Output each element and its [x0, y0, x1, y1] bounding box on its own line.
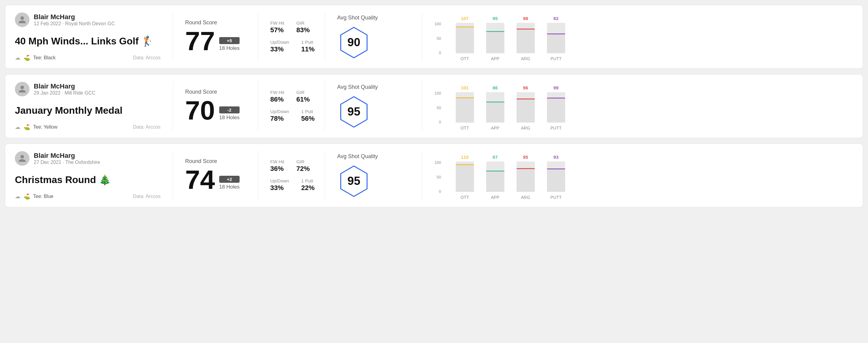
stat-value-gir: 72% [297, 165, 310, 173]
holes-label: 18 Holes [219, 45, 240, 52]
user-row: Blair McHarg29 Jan 2022 · Mill Ride GCC [15, 82, 160, 96]
bar-chart: 100500101OTT86APP96ARG99PUTT [434, 82, 847, 130]
stat-label-fw-hit: FW Hit [270, 90, 284, 95]
round-card-round2: Blair McHarg29 Jan 2022 · Mill Ride GCCJ… [5, 74, 863, 138]
stat-fw-hit: FW Hit36% [270, 159, 284, 173]
holes-label: 18 Holes [219, 184, 240, 190]
stat-gir: GIR61% [297, 90, 310, 103]
y-axis-label: 50 [437, 36, 441, 41]
bar-label: APP [491, 195, 499, 200]
stat-value-gir: 83% [297, 26, 310, 34]
stat-label-up-down: Up/Down [270, 178, 289, 183]
stat-one-putt: 1 Putt56% [301, 109, 315, 123]
user-name: Blair McHarg [34, 152, 100, 160]
avatar [15, 82, 30, 96]
stat-up-down: Up/Down33% [270, 39, 289, 53]
bar-value: 99 [553, 85, 558, 90]
bar-chart: 100500107OTT95APP98ARG82PUTT [434, 12, 847, 61]
cloud-icon: ☁ [15, 193, 20, 200]
hex-score: 95 [347, 105, 360, 118]
bottom-row: ☁⛳Tee: BlueData: Arccos [15, 193, 160, 200]
bar-label: OTT [461, 56, 469, 61]
stat-value-up-down: 33% [270, 45, 289, 53]
bag-icon: ⛳ [23, 55, 30, 61]
bag-icon: ⛳ [23, 193, 30, 200]
bar-container [517, 92, 535, 123]
score-section: Round Score70-218 Holes [173, 82, 258, 130]
stats-row-1: FW Hit36%GIR72% [270, 159, 313, 173]
round-title: 40 Mph Winds... Links Golf 🏌️ [15, 35, 160, 47]
stats-row-2: Up/Down33%1 Putt22% [270, 178, 313, 192]
data-source: Data: Arccos [133, 124, 160, 130]
avatar [15, 151, 30, 166]
hexagon-wrap: 95 [337, 164, 371, 198]
score-section-label: Round Score [185, 158, 246, 164]
stat-up-down: Up/Down78% [270, 109, 289, 123]
hex-score: 95 [347, 175, 360, 188]
user-info: Blair McHarg27 Dec 2021 · The Oxfordshir… [34, 152, 100, 165]
stat-label-one-putt: 1 Putt [301, 178, 315, 183]
y-axis-label: 100 [434, 160, 441, 165]
tee-label: Tee: Black [33, 55, 56, 61]
bag-icon: ⛳ [23, 124, 30, 130]
stat-label-fw-hit: FW Hit [270, 20, 284, 26]
user-row: Blair McHarg27 Dec 2021 · The Oxfordshir… [15, 151, 160, 166]
left-section: Blair McHarg12 Feb 2022 · Royal North De… [15, 12, 173, 61]
bar-container [486, 92, 504, 123]
holes-label: 18 Holes [219, 115, 240, 121]
tee-label: Tee: Blue [33, 194, 54, 199]
hex-score: 90 [347, 36, 360, 49]
cloud-icon: ☁ [15, 55, 20, 61]
stat-label-gir: GIR [297, 90, 310, 95]
score-number: 70 [185, 97, 215, 124]
round-title: January Monthly Medal [15, 105, 160, 116]
bar-group-ott: 107OTT [456, 16, 474, 61]
quality-label: Avg Shot Quality [337, 84, 378, 90]
y-axis-label: 50 [437, 175, 441, 179]
chart-section: 100500101OTT86APP96ARG99PUTT [422, 82, 853, 130]
bar-value: 107 [461, 16, 468, 21]
data-source: Data: Arccos [133, 194, 160, 199]
user-meta: 12 Feb 2022 · Royal North Devon GC [34, 21, 115, 27]
stat-value-fw-hit: 86% [270, 95, 284, 103]
stats-row-1: FW Hit86%GIR61% [270, 90, 313, 103]
score-row: 74+218 Holes [185, 166, 246, 193]
bar-label: OTT [461, 126, 469, 130]
stats-row-1: FW Hit57%GIR83% [270, 20, 313, 34]
bar-label: OTT [461, 195, 469, 200]
bar-label: PUTT [550, 195, 562, 200]
bar-value: 87 [493, 154, 498, 160]
stat-value-fw-hit: 57% [270, 26, 284, 34]
user-row: Blair McHarg12 Feb 2022 · Royal North De… [15, 12, 160, 27]
left-section: Blair McHarg27 Dec 2021 · The Oxfordshir… [15, 151, 173, 200]
bar-group-putt: 82PUTT [547, 16, 565, 61]
score-diff-badge: +2 [219, 176, 240, 183]
stat-label-one-putt: 1 Putt [301, 39, 315, 45]
bar-container [456, 92, 474, 123]
bar-group-app: 86APP [486, 85, 504, 130]
score-number: 74 [185, 166, 215, 193]
bar-container [517, 23, 535, 53]
bar-value: 98 [523, 16, 528, 21]
bar-chart: 100500110OTT87APP95ARG93PUTT [434, 151, 847, 200]
stat-up-down: Up/Down33% [270, 178, 289, 192]
bottom-row: ☁⛳Tee: BlackData: Arccos [15, 55, 160, 61]
stat-one-putt: 1 Putt22% [301, 178, 315, 192]
score-section: Round Score74+218 Holes [173, 151, 258, 200]
y-axis: 100500 [434, 91, 443, 130]
data-source: Data: Arccos [133, 55, 160, 61]
stat-label-gir: GIR [297, 20, 310, 26]
stat-label-up-down: Up/Down [270, 39, 289, 45]
bar-container [547, 161, 565, 192]
stats-section: FW Hit57%GIR83%Up/Down33%1 Putt11% [258, 12, 325, 61]
stat-label-fw-hit: FW Hit [270, 159, 284, 164]
stats-row-2: Up/Down78%1 Putt56% [270, 109, 313, 123]
stat-value-one-putt: 56% [301, 115, 315, 123]
quality-section: Avg Shot Quality95 [325, 151, 422, 200]
user-info: Blair McHarg12 Feb 2022 · Royal North De… [34, 13, 115, 27]
bar-container [486, 161, 504, 192]
bar-label: PUTT [550, 56, 562, 61]
bar-container [456, 161, 474, 192]
tee-info: ☁⛳Tee: Yellow [15, 124, 58, 130]
bar-label: APP [491, 126, 499, 130]
